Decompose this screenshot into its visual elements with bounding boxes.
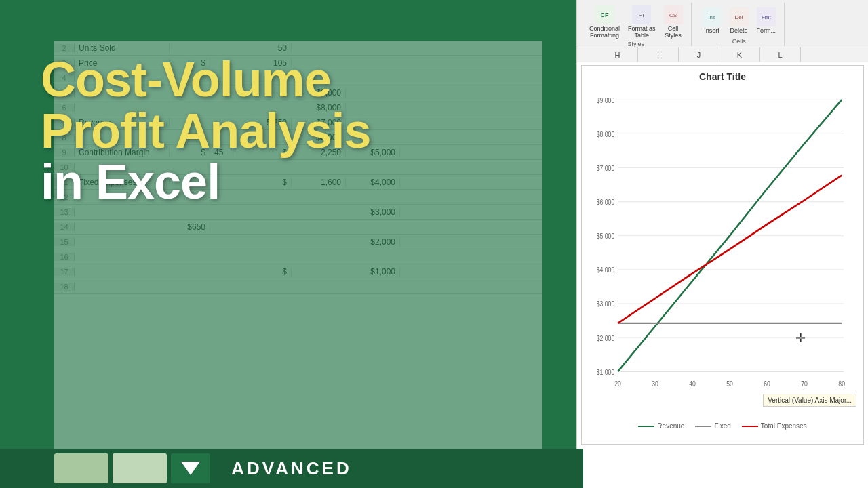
table-cell: 50 [237, 43, 292, 53]
svg-text:30: 30 [652, 381, 658, 388]
table-cell: $650 [170, 222, 210, 232]
left-panel: 2Units Sold503Price$10545$9,0006$8,0007R… [0, 0, 583, 488]
svg-text:$2,000: $2,000 [597, 335, 615, 342]
insert-icon: Ins [703, 7, 722, 26]
thumbnail-1[interactable] [54, 453, 108, 483]
svg-text:$6,000: $6,000 [597, 199, 615, 207]
format-as-table-label: Format asTable [628, 26, 656, 39]
svg-text:50: 50 [726, 381, 733, 388]
svg-text:$5,000: $5,000 [597, 233, 615, 241]
svg-text:$7,000: $7,000 [597, 165, 615, 172]
chart-title: Chart Title [582, 66, 863, 85]
insert-label: Insert [704, 28, 719, 35]
cell-styles-label: CellStyles [665, 26, 682, 39]
row-number: 13 [54, 208, 75, 216]
table-cell: $1,000 [346, 267, 400, 277]
svg-text:80: 80 [838, 381, 845, 388]
ribbon: CF ConditionalFormatting FT Format asTab… [577, 0, 868, 47]
conditional-formatting-icon: CF [595, 5, 614, 24]
chart-tooltip: Vertical (Value) Axis Major... [763, 394, 856, 407]
delete-label: Delete [730, 28, 748, 35]
col-header-H: H [597, 47, 638, 62]
legend-fixed-line [695, 426, 711, 427]
table-row: 18 [54, 279, 542, 294]
legend-revenue-line [638, 426, 654, 427]
col-header-L: L [760, 47, 801, 62]
col-header-I: I [638, 47, 679, 62]
svg-text:70: 70 [801, 381, 808, 388]
conditional-formatting-button[interactable]: CF ConditionalFormatting [587, 4, 623, 41]
chart-legend: Revenue Fixed Total Expenses [582, 420, 863, 432]
legend-revenue: Revenue [638, 422, 684, 430]
row-number: 14 [54, 223, 75, 231]
row-number: 17 [54, 268, 75, 276]
format-as-table-icon: FT [632, 5, 651, 24]
col-header-K: K [719, 47, 760, 62]
table-row: 15$2,000 [54, 235, 542, 249]
svg-text:40: 40 [689, 381, 696, 388]
svg-text:$4,000: $4,000 [597, 267, 615, 274]
row-number: 16 [54, 253, 75, 261]
thumbnail-2[interactable] [113, 453, 167, 483]
cell-styles-button[interactable]: CS CellStyles [661, 4, 686, 41]
right-panel: CF ConditionalFormatting FT Format asTab… [576, 0, 868, 488]
arrow-down-icon [181, 462, 200, 475]
delete-button[interactable]: Del Delete [727, 6, 751, 36]
svg-text:60: 60 [764, 381, 770, 388]
overlay-text: Cost-Volume Profit Analysis in Excel [41, 54, 370, 208]
svg-text:$3,000: $3,000 [597, 301, 615, 308]
conditional-formatting-label: ConditionalFormatting [589, 26, 620, 39]
svg-text:$8,000: $8,000 [597, 131, 615, 138]
svg-text:$1,000: $1,000 [597, 369, 615, 376]
insert-button[interactable]: Ins Insert [700, 6, 724, 36]
chart-svg: $9,000 $8,000 $7,000 $6,000 $5,000 $4,00… [582, 85, 863, 417]
legend-total-expenses-line [742, 426, 758, 427]
svg-text:20: 20 [614, 381, 621, 388]
row-number: 2 [54, 44, 75, 52]
chart-area: Chart Title $9,000 $8,000 $7,000 $6,000 … [581, 65, 864, 445]
table-cell: $ [237, 267, 292, 277]
legend-revenue-label: Revenue [657, 422, 684, 430]
legend-fixed: Fixed [695, 422, 730, 430]
legend-fixed-label: Fixed [714, 422, 730, 430]
legend-total-expenses-label: Total Expenses [761, 422, 807, 430]
table-cell: Units Sold [75, 43, 170, 53]
advanced-badge: ADVANCED [231, 458, 351, 479]
legend-total-expenses: Total Expenses [742, 422, 807, 430]
format-icon: Fmt [757, 7, 776, 26]
table-row: 14$650 [54, 220, 542, 235]
table-cell: $2,000 [346, 237, 400, 247]
format-as-table-button[interactable]: FT Format asTable [625, 4, 658, 41]
row-number: 18 [54, 283, 75, 291]
total-expenses-line [618, 176, 842, 323]
table-cell: $3,000 [346, 207, 400, 217]
title-line4: in Excel [41, 157, 370, 208]
format-label: Form... [757, 28, 776, 35]
row-number: 15 [54, 238, 75, 246]
table-row: 16 [54, 249, 542, 264]
bottom-bar: ADVANCED [0, 449, 583, 488]
col-header-J: J [679, 47, 719, 62]
delete-icon: Del [730, 7, 749, 26]
column-headers: H I J K L [577, 47, 868, 62]
cursor-crosshair: ✛ [795, 331, 806, 346]
expand-button[interactable] [171, 453, 210, 483]
title-line2: Profit Analysis [41, 106, 370, 157]
format-button[interactable]: Fmt Form... [754, 6, 779, 36]
svg-text:$9,000: $9,000 [597, 97, 615, 104]
cell-styles-icon: CS [664, 5, 683, 24]
cells-group-label: Cells [732, 38, 746, 46]
title-line1: Cost-Volume [41, 54, 370, 106]
ribbon-group-cells: Ins Insert Del Delete Fmt Form... Cells [694, 3, 785, 46]
table-row: 17$$1,000 [54, 264, 542, 279]
ribbon-group-styles: CF ConditionalFormatting FT Format asTab… [581, 3, 692, 46]
